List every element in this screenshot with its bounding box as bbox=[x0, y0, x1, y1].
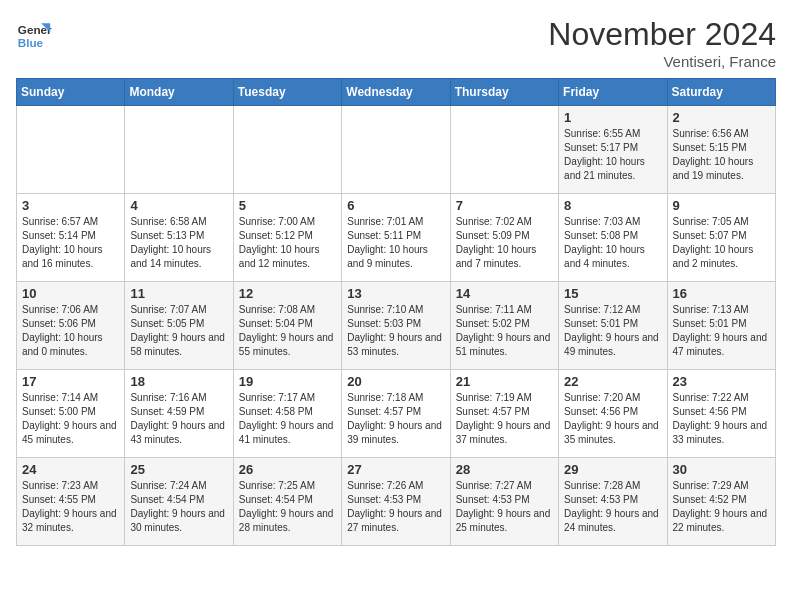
day-cell: 26Sunrise: 7:25 AM Sunset: 4:54 PM Dayli… bbox=[233, 458, 341, 546]
day-cell: 3Sunrise: 6:57 AM Sunset: 5:14 PM Daylig… bbox=[17, 194, 125, 282]
day-info: Sunrise: 7:10 AM Sunset: 5:03 PM Dayligh… bbox=[347, 303, 444, 359]
day-number: 29 bbox=[564, 462, 661, 477]
day-cell: 4Sunrise: 6:58 AM Sunset: 5:13 PM Daylig… bbox=[125, 194, 233, 282]
day-number: 17 bbox=[22, 374, 119, 389]
weekday-header-friday: Friday bbox=[559, 79, 667, 106]
day-info: Sunrise: 7:24 AM Sunset: 4:54 PM Dayligh… bbox=[130, 479, 227, 535]
day-cell: 29Sunrise: 7:28 AM Sunset: 4:53 PM Dayli… bbox=[559, 458, 667, 546]
day-info: Sunrise: 7:19 AM Sunset: 4:57 PM Dayligh… bbox=[456, 391, 553, 447]
weekday-header-monday: Monday bbox=[125, 79, 233, 106]
day-cell: 25Sunrise: 7:24 AM Sunset: 4:54 PM Dayli… bbox=[125, 458, 233, 546]
day-cell: 8Sunrise: 7:03 AM Sunset: 5:08 PM Daylig… bbox=[559, 194, 667, 282]
logo: General Blue bbox=[16, 16, 52, 52]
day-info: Sunrise: 7:28 AM Sunset: 4:53 PM Dayligh… bbox=[564, 479, 661, 535]
day-cell bbox=[342, 106, 450, 194]
day-info: Sunrise: 7:05 AM Sunset: 5:07 PM Dayligh… bbox=[673, 215, 770, 271]
day-info: Sunrise: 7:26 AM Sunset: 4:53 PM Dayligh… bbox=[347, 479, 444, 535]
day-cell: 12Sunrise: 7:08 AM Sunset: 5:04 PM Dayli… bbox=[233, 282, 341, 370]
day-number: 24 bbox=[22, 462, 119, 477]
weekday-header-sunday: Sunday bbox=[17, 79, 125, 106]
day-number: 10 bbox=[22, 286, 119, 301]
day-info: Sunrise: 7:23 AM Sunset: 4:55 PM Dayligh… bbox=[22, 479, 119, 535]
day-info: Sunrise: 7:03 AM Sunset: 5:08 PM Dayligh… bbox=[564, 215, 661, 271]
day-cell bbox=[233, 106, 341, 194]
day-number: 1 bbox=[564, 110, 661, 125]
day-cell: 2Sunrise: 6:56 AM Sunset: 5:15 PM Daylig… bbox=[667, 106, 775, 194]
day-info: Sunrise: 7:13 AM Sunset: 5:01 PM Dayligh… bbox=[673, 303, 770, 359]
day-info: Sunrise: 7:25 AM Sunset: 4:54 PM Dayligh… bbox=[239, 479, 336, 535]
day-cell: 27Sunrise: 7:26 AM Sunset: 4:53 PM Dayli… bbox=[342, 458, 450, 546]
day-number: 13 bbox=[347, 286, 444, 301]
day-number: 14 bbox=[456, 286, 553, 301]
day-cell: 13Sunrise: 7:10 AM Sunset: 5:03 PM Dayli… bbox=[342, 282, 450, 370]
week-row-3: 10Sunrise: 7:06 AM Sunset: 5:06 PM Dayli… bbox=[17, 282, 776, 370]
day-cell: 23Sunrise: 7:22 AM Sunset: 4:56 PM Dayli… bbox=[667, 370, 775, 458]
title-area: November 2024 Ventiseri, France bbox=[548, 16, 776, 70]
day-cell: 28Sunrise: 7:27 AM Sunset: 4:53 PM Dayli… bbox=[450, 458, 558, 546]
day-cell: 16Sunrise: 7:13 AM Sunset: 5:01 PM Dayli… bbox=[667, 282, 775, 370]
day-cell: 5Sunrise: 7:00 AM Sunset: 5:12 PM Daylig… bbox=[233, 194, 341, 282]
week-row-5: 24Sunrise: 7:23 AM Sunset: 4:55 PM Dayli… bbox=[17, 458, 776, 546]
day-number: 8 bbox=[564, 198, 661, 213]
day-number: 25 bbox=[130, 462, 227, 477]
day-number: 28 bbox=[456, 462, 553, 477]
day-number: 19 bbox=[239, 374, 336, 389]
day-number: 20 bbox=[347, 374, 444, 389]
day-cell: 6Sunrise: 7:01 AM Sunset: 5:11 PM Daylig… bbox=[342, 194, 450, 282]
day-info: Sunrise: 6:56 AM Sunset: 5:15 PM Dayligh… bbox=[673, 127, 770, 183]
svg-text:Blue: Blue bbox=[18, 36, 44, 49]
weekday-header-tuesday: Tuesday bbox=[233, 79, 341, 106]
day-number: 27 bbox=[347, 462, 444, 477]
day-number: 30 bbox=[673, 462, 770, 477]
week-row-1: 1Sunrise: 6:55 AM Sunset: 5:17 PM Daylig… bbox=[17, 106, 776, 194]
day-number: 18 bbox=[130, 374, 227, 389]
day-cell bbox=[17, 106, 125, 194]
day-number: 9 bbox=[673, 198, 770, 213]
logo-icon: General Blue bbox=[16, 16, 52, 52]
month-title: November 2024 bbox=[548, 16, 776, 53]
day-number: 4 bbox=[130, 198, 227, 213]
week-row-2: 3Sunrise: 6:57 AM Sunset: 5:14 PM Daylig… bbox=[17, 194, 776, 282]
day-info: Sunrise: 7:16 AM Sunset: 4:59 PM Dayligh… bbox=[130, 391, 227, 447]
day-cell: 21Sunrise: 7:19 AM Sunset: 4:57 PM Dayli… bbox=[450, 370, 558, 458]
day-info: Sunrise: 7:29 AM Sunset: 4:52 PM Dayligh… bbox=[673, 479, 770, 535]
day-cell: 17Sunrise: 7:14 AM Sunset: 5:00 PM Dayli… bbox=[17, 370, 125, 458]
weekday-header-thursday: Thursday bbox=[450, 79, 558, 106]
day-cell: 10Sunrise: 7:06 AM Sunset: 5:06 PM Dayli… bbox=[17, 282, 125, 370]
day-number: 16 bbox=[673, 286, 770, 301]
day-info: Sunrise: 6:57 AM Sunset: 5:14 PM Dayligh… bbox=[22, 215, 119, 271]
day-cell: 22Sunrise: 7:20 AM Sunset: 4:56 PM Dayli… bbox=[559, 370, 667, 458]
day-number: 26 bbox=[239, 462, 336, 477]
day-cell: 20Sunrise: 7:18 AM Sunset: 4:57 PM Dayli… bbox=[342, 370, 450, 458]
week-row-4: 17Sunrise: 7:14 AM Sunset: 5:00 PM Dayli… bbox=[17, 370, 776, 458]
day-cell: 24Sunrise: 7:23 AM Sunset: 4:55 PM Dayli… bbox=[17, 458, 125, 546]
day-cell: 30Sunrise: 7:29 AM Sunset: 4:52 PM Dayli… bbox=[667, 458, 775, 546]
day-number: 12 bbox=[239, 286, 336, 301]
day-info: Sunrise: 7:14 AM Sunset: 5:00 PM Dayligh… bbox=[22, 391, 119, 447]
day-cell: 14Sunrise: 7:11 AM Sunset: 5:02 PM Dayli… bbox=[450, 282, 558, 370]
day-number: 23 bbox=[673, 374, 770, 389]
day-number: 6 bbox=[347, 198, 444, 213]
day-info: Sunrise: 7:22 AM Sunset: 4:56 PM Dayligh… bbox=[673, 391, 770, 447]
day-info: Sunrise: 7:01 AM Sunset: 5:11 PM Dayligh… bbox=[347, 215, 444, 271]
day-cell: 7Sunrise: 7:02 AM Sunset: 5:09 PM Daylig… bbox=[450, 194, 558, 282]
day-info: Sunrise: 7:11 AM Sunset: 5:02 PM Dayligh… bbox=[456, 303, 553, 359]
day-info: Sunrise: 7:17 AM Sunset: 4:58 PM Dayligh… bbox=[239, 391, 336, 447]
location: Ventiseri, France bbox=[548, 53, 776, 70]
day-cell bbox=[125, 106, 233, 194]
day-info: Sunrise: 7:18 AM Sunset: 4:57 PM Dayligh… bbox=[347, 391, 444, 447]
weekday-header-saturday: Saturday bbox=[667, 79, 775, 106]
day-info: Sunrise: 7:08 AM Sunset: 5:04 PM Dayligh… bbox=[239, 303, 336, 359]
day-cell: 9Sunrise: 7:05 AM Sunset: 5:07 PM Daylig… bbox=[667, 194, 775, 282]
day-number: 7 bbox=[456, 198, 553, 213]
day-info: Sunrise: 7:20 AM Sunset: 4:56 PM Dayligh… bbox=[564, 391, 661, 447]
weekday-header-row: SundayMondayTuesdayWednesdayThursdayFrid… bbox=[17, 79, 776, 106]
calendar-table: SundayMondayTuesdayWednesdayThursdayFrid… bbox=[16, 78, 776, 546]
day-number: 5 bbox=[239, 198, 336, 213]
day-cell bbox=[450, 106, 558, 194]
day-info: Sunrise: 7:27 AM Sunset: 4:53 PM Dayligh… bbox=[456, 479, 553, 535]
header: General Blue November 2024 Ventiseri, Fr… bbox=[16, 16, 776, 70]
day-number: 15 bbox=[564, 286, 661, 301]
day-info: Sunrise: 7:06 AM Sunset: 5:06 PM Dayligh… bbox=[22, 303, 119, 359]
day-number: 3 bbox=[22, 198, 119, 213]
